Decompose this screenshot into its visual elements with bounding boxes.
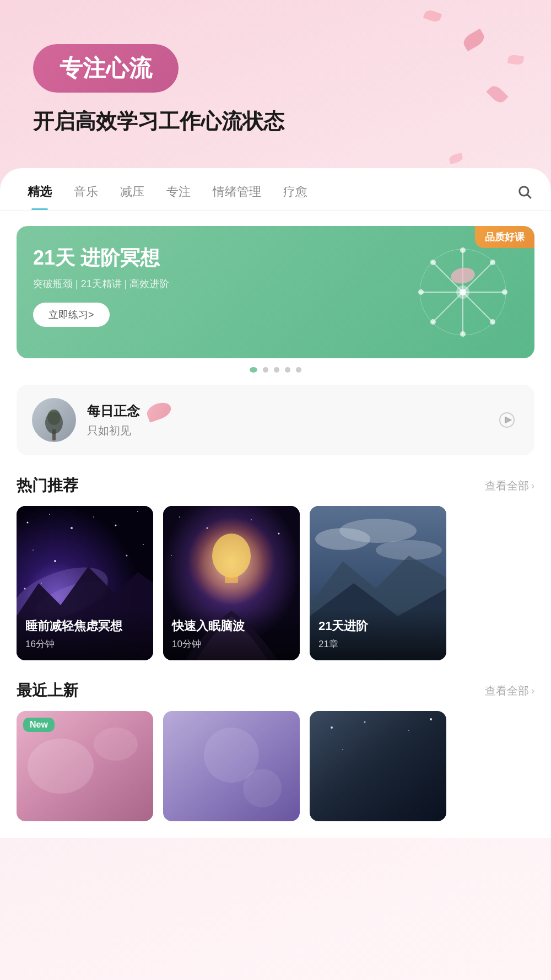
windmill-icon — [413, 243, 512, 342]
petal-decoration — [448, 153, 463, 164]
svg-point-42 — [251, 519, 252, 520]
card-title-1: 睡前减轻焦虑冥想 — [25, 618, 144, 634]
svg-point-56 — [94, 728, 138, 761]
daily-play-button[interactable] — [495, 408, 519, 432]
hero-section: 专注心流 开启高效学习工作心流状态 — [0, 0, 551, 152]
dot-4[interactable] — [285, 367, 290, 373]
dot-3[interactable] — [274, 367, 279, 373]
svg-rect-47 — [225, 575, 238, 583]
banner-section: 品质好课 21天 进阶冥想 突破瓶颈 | 21天精讲 | 高效进阶 立即练习> — [17, 226, 534, 373]
new-card-1[interactable]: New — [17, 711, 153, 821]
hero-badge: 专注心流 — [33, 44, 179, 93]
card-meta-2: 10分钟 — [172, 638, 291, 650]
svg-point-29 — [137, 511, 138, 512]
new-section-more-button[interactable]: 查看全部 › — [485, 683, 534, 698]
banner: 品质好课 21天 进阶冥想 突破瓶颈 | 21天精讲 | 高效进阶 立即练习> — [17, 226, 534, 358]
hero-subtitle: 开启高效学习工作心流状态 — [33, 108, 518, 135]
svg-point-16 — [460, 289, 466, 295]
new-card-2-image — [163, 711, 300, 821]
svg-point-40 — [179, 516, 180, 518]
svg-point-63 — [408, 730, 409, 731]
tree-icon — [40, 406, 68, 442]
daily-avatar — [32, 398, 76, 442]
card-overlay-3: 21天进阶 21章 — [310, 609, 446, 660]
play-icon — [499, 412, 515, 428]
svg-point-59 — [243, 769, 282, 807]
main-card: 精选 音乐 减压 专注 情绪管理 疗愈 品质好课 21天 进阶冥想 突破瓶颈 |… — [0, 168, 551, 838]
dot-1[interactable] — [250, 367, 257, 373]
svg-line-1 — [527, 195, 531, 198]
tab-featured[interactable]: 精选 — [17, 184, 63, 210]
svg-point-44 — [171, 555, 172, 556]
new-card-3-image — [310, 711, 446, 821]
tab-heal[interactable]: 疗愈 — [272, 184, 318, 210]
svg-point-65 — [342, 749, 343, 750]
svg-point-30 — [33, 550, 34, 551]
svg-point-20 — [47, 410, 61, 425]
petal-icon — [145, 400, 174, 423]
daily-title-row: 每日正念 — [87, 402, 484, 420]
svg-point-32 — [126, 555, 128, 557]
hot-card-3[interactable]: 21天进阶 21章 — [310, 506, 446, 660]
dot-2[interactable] — [263, 367, 268, 373]
hot-section-more-button[interactable]: 查看全部 › — [485, 478, 534, 493]
new-section-header: 最近上新 查看全部 › — [0, 660, 551, 711]
svg-point-28 — [115, 525, 117, 526]
svg-point-31 — [54, 560, 56, 562]
svg-point-27 — [93, 516, 94, 518]
tab-emotion[interactable]: 情绪管理 — [202, 184, 272, 210]
svg-rect-60 — [310, 711, 446, 821]
new-card-2[interactable] — [163, 711, 300, 821]
svg-point-24 — [27, 522, 29, 524]
daily-title: 每日正念 — [87, 402, 140, 420]
hot-card-1[interactable]: 睡前减轻焦虑冥想 16分钟 — [17, 506, 153, 660]
card-overlay-2: 快速入眠脑波 10分钟 — [163, 609, 300, 660]
banner-dots — [17, 367, 534, 373]
svg-point-51 — [339, 519, 417, 543]
new-cards-container: New — [0, 711, 551, 821]
svg-point-12 — [490, 319, 495, 325]
hot-card-2[interactable]: 快速入眠脑波 10分钟 — [163, 506, 300, 660]
search-button[interactable] — [515, 187, 534, 207]
new-more-label: 查看全部 — [485, 683, 529, 698]
tab-bar: 精选 音乐 减压 专注 情绪管理 疗愈 — [0, 168, 551, 211]
svg-point-26 — [71, 527, 73, 529]
svg-point-13 — [490, 260, 495, 265]
tab-music[interactable]: 音乐 — [63, 184, 109, 210]
chevron-right-icon-2: › — [531, 685, 534, 697]
dot-5[interactable] — [296, 367, 301, 373]
svg-point-62 — [364, 721, 366, 723]
tab-focus[interactable]: 专注 — [155, 184, 202, 210]
svg-point-7 — [460, 247, 466, 253]
svg-point-61 — [331, 726, 333, 729]
svg-point-33 — [143, 544, 144, 545]
card-title-2: 快速入眠脑波 — [172, 618, 291, 634]
card-meta-3: 21章 — [318, 638, 437, 650]
card-title-3: 21天进阶 — [318, 618, 437, 634]
daily-mindfulness-card: 每日正念 只如初见 — [17, 385, 534, 455]
tab-stress[interactable]: 减压 — [109, 184, 155, 210]
svg-point-11 — [430, 260, 436, 265]
svg-point-10 — [502, 289, 507, 295]
svg-point-0 — [520, 187, 528, 196]
chevron-right-icon: › — [531, 480, 534, 492]
svg-point-25 — [49, 514, 50, 515]
svg-point-9 — [418, 289, 424, 295]
svg-point-64 — [430, 718, 432, 720]
new-section-title: 最近上新 — [17, 680, 78, 701]
hot-section-title: 热门推荐 — [17, 475, 78, 496]
svg-point-55 — [28, 739, 94, 794]
daily-info: 每日正念 只如初见 — [87, 402, 484, 438]
card-overlay-1: 睡前减轻焦虑冥想 16分钟 — [17, 609, 153, 660]
hot-section-header: 热门推荐 查看全部 › — [0, 455, 551, 506]
hot-more-label: 查看全部 — [485, 478, 529, 493]
new-badge: New — [23, 718, 55, 732]
new-card-3[interactable] — [310, 711, 446, 821]
banner-cta-button[interactable]: 立即练习> — [33, 303, 110, 327]
svg-point-8 — [460, 331, 466, 337]
banner-image — [413, 243, 523, 347]
svg-marker-22 — [505, 417, 511, 423]
hot-cards-container: 睡前减轻焦虑冥想 16分钟 — [0, 506, 551, 660]
card-meta-1: 16分钟 — [25, 638, 144, 650]
svg-point-46 — [212, 534, 251, 578]
